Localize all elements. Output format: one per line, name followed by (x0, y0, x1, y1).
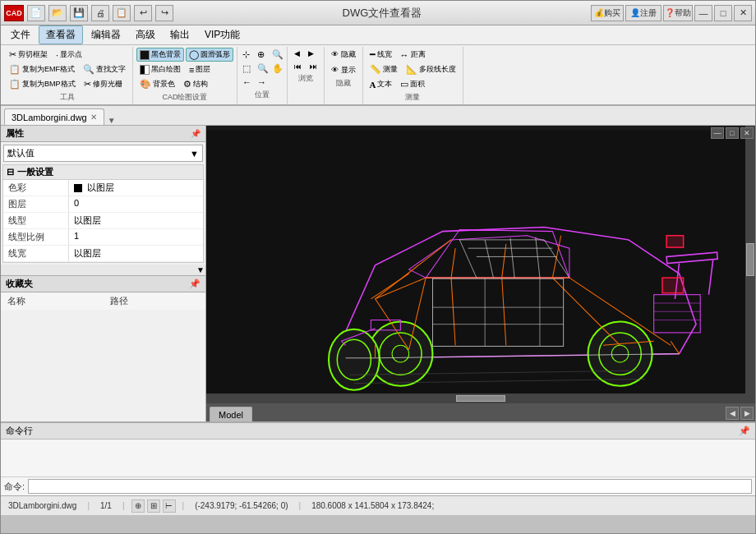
pos-right-btn[interactable]: → (256, 76, 269, 89)
black-bg-btn[interactable]: 黑色背景 (136, 48, 184, 62)
canvas-scrollbar-h[interactable] (206, 394, 755, 403)
polyline-length-btn[interactable]: 📐 多段线长度 (403, 62, 459, 76)
canvas-minimize[interactable]: — (711, 127, 724, 139)
help-button[interactable]: ❓ 帮助 (663, 5, 693, 21)
cad-label: CAD绘图设置 (136, 92, 233, 103)
status-grid-btn[interactable]: ⊞ (147, 499, 160, 513)
pos-zoom-out-btn[interactable]: 🔍 (256, 62, 269, 75)
area-btn[interactable]: ▭ 面积 (397, 77, 428, 91)
menu-file[interactable]: 文件 (4, 26, 37, 44)
clip-label: 剪切框架 (18, 49, 48, 60)
show-layer-btn[interactable]: 👁 显示 (328, 63, 359, 77)
smooth-arc-btn[interactable]: ◯ 圆滑弧形 (186, 48, 233, 62)
fav-name-col: 名称 (1, 292, 104, 310)
browse-prev-btn[interactable]: ◀ (291, 48, 303, 59)
model-tab-bar: Model ◀ ▶ (206, 403, 755, 421)
command-pin[interactable]: 📌 (739, 426, 750, 436)
buy-icon: 💰 (594, 8, 604, 17)
title-controls: 💰 购买 👤 注册 ❓ 帮助 — □ ✕ (591, 5, 752, 21)
browse-first-btn[interactable]: ⏮ (291, 61, 305, 72)
canvas-scroll-left[interactable]: ◀ (726, 407, 739, 420)
maximize-button[interactable]: □ (714, 5, 732, 21)
buy-button[interactable]: 💰 购买 (591, 5, 624, 21)
browse-group: ◀ ▶ ⏮ ⏭ 浏览 (288, 47, 325, 104)
bg-color-btn[interactable]: 🎨 背景色 (136, 77, 178, 91)
props-scroll-arrow[interactable]: ▼ (196, 265, 205, 274)
properties-dropdown[interactable]: 默认值 ▼ (3, 145, 203, 162)
layer-btn[interactable]: ≡ 图层 (186, 62, 214, 76)
tab-scroll-arrow[interactable]: ▼ (108, 116, 116, 125)
structure-btn[interactable]: ⚙ 结构 (180, 77, 211, 91)
canvas-scroll-right[interactable]: ▶ (740, 407, 754, 420)
clip-btn[interactable]: ✂ 剪切框架 (6, 48, 51, 62)
canvas-scrollbar-v[interactable] (745, 126, 755, 394)
close-button[interactable]: ✕ (734, 5, 752, 21)
minimize-button[interactable]: — (694, 5, 712, 21)
bg-color-icon: 🎨 (140, 79, 151, 90)
favorites-pin[interactable]: 📌 (189, 279, 201, 289)
text-btn[interactable]: A 文本 (366, 77, 396, 91)
favorites-title: 收藏夹 (6, 278, 33, 290)
tb-new[interactable]: 📄 (27, 5, 45, 21)
tb-redo[interactable]: ↪ (155, 5, 173, 21)
pos-select-btn[interactable]: ⬚ (241, 62, 254, 75)
browse-next-btn[interactable]: ▶ (305, 48, 317, 59)
position-label: 位置 (241, 90, 284, 100)
canvas-area: — □ ✕ (206, 126, 755, 421)
tb-open[interactable]: 📂 (48, 5, 67, 21)
prop-linescale-name: 线型比例 (3, 229, 69, 245)
linewidth-btn[interactable]: ━ 线宽 (366, 48, 395, 62)
browse-label: 浏览 (291, 73, 320, 84)
pos-hand-btn[interactable]: ✋ (270, 62, 284, 75)
title-bar-left: CAD 📄 📂 💾 🖨 📋 ↩ ↪ (4, 5, 173, 21)
tb-copy[interactable]: 📋 (113, 5, 131, 21)
status-ortho-btn[interactable]: ⊢ (163, 499, 176, 513)
status-snap-btn[interactable]: ⊕ (131, 499, 145, 513)
general-settings-header[interactable]: ⊟ 一般设置 (3, 165, 203, 180)
measure-label: 测量 (383, 64, 398, 75)
canvas-close[interactable]: ✕ (740, 127, 754, 139)
hide-layer-btn[interactable]: 👁 隐藏 (328, 48, 359, 62)
menu-vip[interactable]: VIP功能 (198, 26, 247, 44)
menu-viewer[interactable]: 查看器 (39, 25, 83, 44)
file-tab-lamborgini[interactable]: 3DLamborgini.dwg ✕ (4, 108, 104, 125)
find-text-btn[interactable]: 🔍 查找文字 (80, 62, 129, 76)
svg-point-7 (588, 322, 652, 386)
menu-editor[interactable]: 编辑器 (85, 26, 127, 44)
svg-rect-0 (206, 130, 755, 417)
properties-pin[interactable]: 📌 (191, 129, 201, 138)
position-group: ⊹ ⊕ 🔍 ⬚ 🔍 ✋ ← → 位置 (237, 47, 288, 104)
trim-hatch-btn[interactable]: ✂ 修剪光栅 (81, 77, 126, 91)
tb-undo[interactable]: ↩ (134, 5, 152, 21)
pos-grid-btn[interactable]: ⊹ (241, 48, 254, 61)
svg-rect-49 (662, 278, 684, 292)
pos-cross-btn[interactable]: ⊕ (256, 48, 269, 61)
favorites-header: 收藏夹 📌 (1, 275, 205, 292)
tb-print[interactable]: 🖨 (91, 5, 109, 21)
trim-hatch-icon: ✂ (84, 79, 91, 90)
measure-btn[interactable]: 📏 测量 (366, 62, 401, 76)
file-tab-close[interactable]: ✕ (90, 113, 97, 122)
bw-draw-btn[interactable]: 黑白绘图 (136, 62, 184, 76)
register-button[interactable]: 👤 注册 (625, 5, 662, 21)
file-tab-label: 3DLamborgini.dwg (12, 113, 87, 122)
tb-save[interactable]: 💾 (70, 5, 88, 21)
status-coordinates: (-243.9179; -61.54266; 0) (191, 499, 292, 512)
cad-buttons: 黑色背景 ◯ 圆滑弧形 黑白绘图 ≡ (136, 48, 233, 91)
copy-emf-icon: 📋 (9, 64, 21, 75)
distance-btn[interactable]: ↔ 距离 (397, 48, 429, 62)
browse-last-btn[interactable]: ⏭ (307, 61, 320, 72)
menu-advanced[interactable]: 高级 (129, 26, 162, 44)
pos-zoom-in-btn[interactable]: 🔍 (270, 48, 284, 61)
command-body (1, 440, 755, 476)
menu-output[interactable]: 输出 (164, 26, 196, 44)
copy-bmp-btn[interactable]: 📋 复制为BMP格式 (6, 77, 79, 91)
copy-emf-btn[interactable]: 📋 复制为EMF格式 (6, 62, 78, 76)
showpoint-btn[interactable]: · 显示点 (53, 48, 85, 62)
canvas-maximize[interactable]: □ (726, 127, 739, 139)
model-tab[interactable]: Model (210, 407, 252, 421)
prop-color-name: 色彩 (3, 180, 69, 196)
command-input[interactable] (28, 479, 752, 494)
prop-linetype: 线型 以图层 (3, 213, 203, 229)
pos-left-btn[interactable]: ← (241, 76, 254, 89)
